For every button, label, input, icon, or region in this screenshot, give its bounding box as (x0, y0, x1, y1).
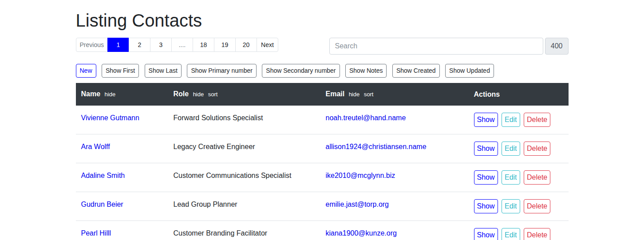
email-cell: allison1924@christiansen.name (320, 134, 469, 163)
actions-cell: Show Edit Delete (469, 106, 569, 134)
edit-button[interactable]: Edit (502, 170, 520, 185)
actions-cell: Show Edit Delete (469, 163, 569, 192)
pagination-ellipsis: .... (171, 38, 193, 52)
hide-name-link[interactable]: hide (105, 91, 116, 98)
contact-name-link[interactable]: Vivienne Gutmann (81, 114, 139, 122)
actions-cell: Show Edit Delete (469, 134, 569, 163)
toolbar: New Show First Show Last Show Primary nu… (76, 64, 569, 78)
column-label-actions: Actions (474, 90, 500, 98)
show-first-button[interactable]: Show First (102, 64, 139, 78)
new-button[interactable]: New (76, 64, 96, 78)
name-cell: Pearl Hilll (76, 221, 168, 240)
pagination-page-3[interactable]: 3 (150, 38, 172, 52)
show-primary-number-button[interactable]: Show Primary number (187, 64, 257, 78)
role-cell: Lead Group Planner (168, 192, 320, 221)
table-row: Pearl Hilll Customer Branding Facilitato… (76, 221, 569, 240)
table-row: Vivienne Gutmann Forward Solutions Speci… (76, 106, 569, 134)
contact-name-link[interactable]: Gudrun Beier (81, 201, 123, 208)
role-cell: Customer Communications Specialist (168, 163, 320, 192)
actions-cell: Show Edit Delete (469, 192, 569, 221)
delete-button[interactable]: Delete (524, 170, 550, 185)
show-button[interactable]: Show (474, 142, 498, 156)
search-input[interactable] (329, 38, 543, 55)
sort-role-link[interactable]: sort (208, 91, 218, 98)
column-label-email: Email (326, 90, 345, 98)
pagination-next[interactable]: Next (257, 38, 278, 52)
pagination-page-2[interactable]: 2 (129, 38, 150, 52)
contact-email-link[interactable]: emilie.jast@torp.org (326, 201, 389, 208)
contacts-table: Name hide Role hide sort Email hide sort… (76, 83, 569, 240)
pagination-page-1[interactable]: 1 (107, 38, 129, 52)
contact-email-link[interactable]: allison1924@christiansen.name (326, 143, 427, 150)
email-cell: emilie.jast@torp.org (320, 192, 469, 221)
search-count-badge: 400 (545, 38, 569, 55)
column-label-role: Role (174, 90, 189, 98)
column-header-role: Role hide sort (168, 83, 320, 106)
delete-button[interactable]: Delete (524, 228, 550, 240)
name-cell: Gudrun Beier (76, 192, 168, 221)
actions-cell: Show Edit Delete (469, 221, 569, 240)
pagination-page-20[interactable]: 20 (235, 38, 257, 52)
pagination: Previous 1 2 3 .... 18 19 20 Next (76, 38, 278, 52)
email-cell: kiana1900@kunze.org (320, 221, 469, 240)
column-header-email: Email hide sort (320, 83, 469, 106)
show-updated-button[interactable]: Show Updated (445, 64, 494, 78)
email-cell: ike2010@mcglynn.biz (320, 163, 469, 192)
pagination-page-19[interactable]: 19 (214, 38, 236, 52)
contact-email-link[interactable]: noah.treutel@hand.name (326, 114, 406, 122)
show-notes-button[interactable]: Show Notes (345, 64, 387, 78)
page-container: Listing Contacts Previous 1 2 3 .... 18 … (69, 10, 575, 240)
hide-role-link[interactable]: hide (193, 91, 204, 98)
table-row: Ara Wolff Legacy Creative Engineer allis… (76, 134, 569, 163)
name-cell: Adaline Smith (76, 163, 168, 192)
show-secondary-number-button[interactable]: Show Secondary number (262, 64, 340, 78)
name-cell: Vivienne Gutmann (76, 106, 168, 134)
name-cell: Ara Wolff (76, 134, 168, 163)
contact-name-link[interactable]: Ara Wolff (81, 143, 110, 150)
contact-name-link[interactable]: Pearl Hilll (81, 229, 111, 237)
show-button[interactable]: Show (474, 170, 498, 185)
show-button[interactable]: Show (474, 228, 498, 240)
contact-name-link[interactable]: Adaline Smith (81, 172, 125, 179)
sort-email-link[interactable]: sort (364, 91, 374, 98)
show-created-button[interactable]: Show Created (392, 64, 440, 78)
page-title: Listing Contacts (76, 10, 569, 31)
show-button[interactable]: Show (474, 113, 498, 127)
delete-button[interactable]: Delete (524, 113, 550, 127)
table-row: Adaline Smith Customer Communications Sp… (76, 163, 569, 192)
column-header-name: Name hide (76, 83, 168, 106)
show-last-button[interactable]: Show Last (145, 64, 182, 78)
edit-button[interactable]: Edit (502, 142, 520, 156)
column-label-name: Name (81, 90, 101, 98)
role-cell: Legacy Creative Engineer (168, 134, 320, 163)
email-cell: noah.treutel@hand.name (320, 106, 469, 134)
table-header: Name hide Role hide sort Email hide sort… (76, 83, 569, 106)
role-cell: Forward Solutions Specialist (168, 106, 320, 134)
edit-button[interactable]: Edit (502, 228, 520, 240)
table-row: Gudrun Beier Lead Group Planner emilie.j… (76, 192, 569, 221)
edit-button[interactable]: Edit (502, 199, 520, 213)
show-button[interactable]: Show (474, 199, 498, 213)
contact-email-link[interactable]: ike2010@mcglynn.biz (326, 172, 395, 179)
search-group: 400 (329, 38, 569, 55)
delete-button[interactable]: Delete (524, 199, 550, 213)
contact-email-link[interactable]: kiana1900@kunze.org (326, 229, 397, 237)
pagination-previous[interactable]: Previous (76, 38, 108, 52)
column-header-actions: Actions (469, 83, 569, 106)
pagination-page-18[interactable]: 18 (193, 38, 214, 52)
role-cell: Customer Branding Facilitator (168, 221, 320, 240)
topbar: Previous 1 2 3 .... 18 19 20 Next 400 (76, 38, 569, 55)
delete-button[interactable]: Delete (524, 142, 550, 156)
hide-email-link[interactable]: hide (349, 91, 360, 98)
edit-button[interactable]: Edit (502, 113, 520, 127)
